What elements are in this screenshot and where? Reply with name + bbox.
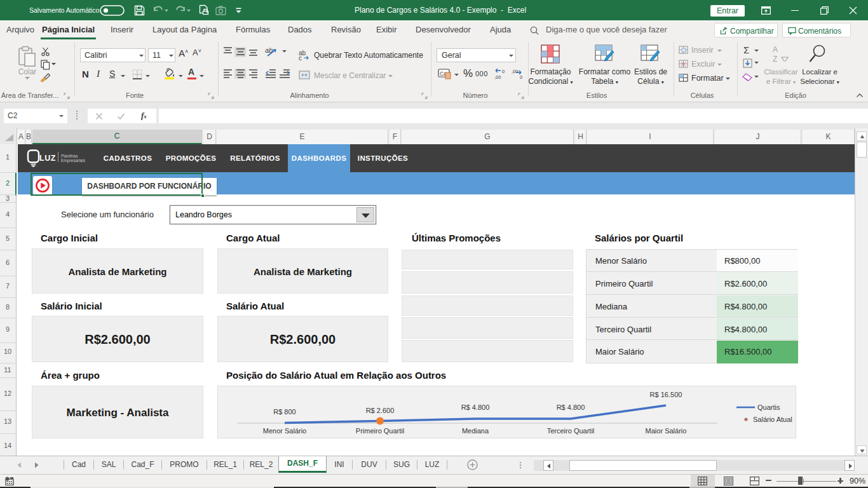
svg-text:0: 0 — [502, 69, 505, 74]
svg-text:0: 0 — [520, 74, 522, 80]
svg-text:Menor Salário: Menor Salário — [263, 427, 306, 435]
svg-text:Quartis: Quartis — [757, 403, 780, 411]
svg-text:Z: Z — [773, 55, 777, 64]
svg-text:A: A — [773, 45, 778, 54]
svg-text:c: c — [299, 55, 302, 61]
svg-text:Terceiro Quartil: Terceiro Quartil — [547, 427, 595, 435]
svg-text:R$ 4.800: R$ 4.800 — [557, 403, 585, 411]
svg-text:,00: ,00 — [512, 69, 518, 74]
svg-text:Salário Atual: Salário Atual — [753, 416, 792, 423]
svg-text:R$ 2.600: R$ 2.600 — [366, 407, 395, 414]
svg-text:Mediana: Mediana — [462, 427, 489, 435]
svg-text:Maior Salário: Maior Salário — [646, 427, 687, 435]
svg-text:,00: ,00 — [494, 74, 501, 80]
svg-text:Primeiro Quartil: Primeiro Quartil — [356, 427, 404, 435]
svg-text:R$ 4.800: R$ 4.800 — [461, 403, 490, 411]
svg-text:R$ 800: R$ 800 — [273, 408, 295, 416]
svg-text:R$ 16.500: R$ 16.500 — [650, 391, 682, 398]
